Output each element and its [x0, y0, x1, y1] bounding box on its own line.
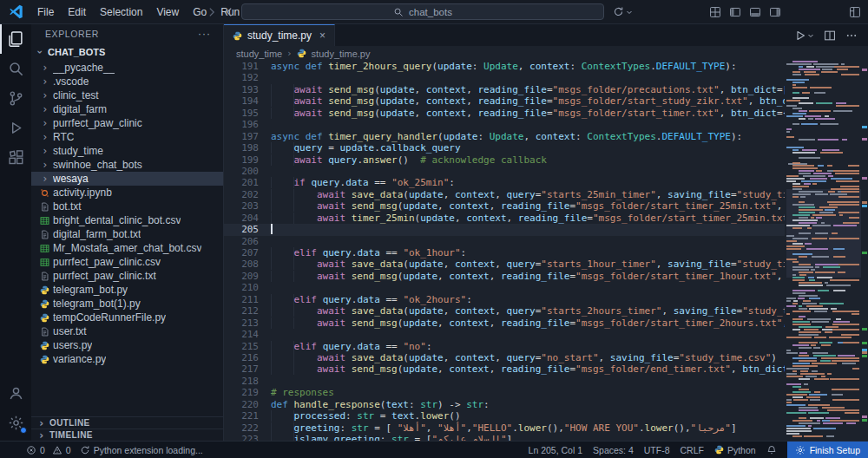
more-actions-icon[interactable]	[845, 29, 858, 42]
encoding-setting[interactable]: UTF-8	[644, 445, 670, 455]
code-line-223[interactable]: 223 islamy_greeting: str = ["السلام عليك…	[224, 434, 785, 441]
account-icon[interactable]	[0, 378, 31, 408]
timeline-pane-header[interactable]: › TIMELINE	[31, 429, 223, 441]
run-file-button[interactable]	[794, 29, 814, 42]
folder-purrfect_paw_clinic[interactable]: ›purrfect_paw_clinic	[31, 116, 223, 130]
menu-selection[interactable]: Selection	[93, 3, 149, 21]
code-line-218[interactable]: 218	[224, 376, 785, 387]
code-line-211[interactable]: 211 elif query.data == "ok_2hours":	[224, 294, 785, 305]
code-line-213[interactable]: 213 await send_msg(update, context, read…	[224, 317, 785, 329]
workspace-root[interactable]: › CHAT_BOTS	[31, 43, 223, 61]
code-line-196[interactable]: 196	[224, 119, 785, 130]
run-debug-icon[interactable]	[0, 113, 31, 142]
menu-view[interactable]: View	[149, 3, 186, 21]
code-line-198[interactable]: 198 query = update.callback_query	[224, 142, 785, 154]
file-digital_farm_bot.txt[interactable]: digital_farm_bot.txt	[31, 227, 223, 241]
file-users.py[interactable]: users.py	[31, 338, 223, 352]
code-line-205[interactable]: 205	[224, 224, 785, 235]
explorer-actions-icon[interactable]: ···	[198, 28, 211, 40]
cursor-position[interactable]: Ln 205, Col 1	[529, 445, 582, 455]
code-line-201[interactable]: 201 if query.data == "ok_25min":	[224, 177, 785, 188]
editor-grid-layout-icon[interactable]	[709, 6, 721, 18]
code-line-214[interactable]: 214	[224, 329, 785, 340]
customize-layout-icon[interactable]	[849, 6, 861, 18]
code-line-194[interactable]: 194 await send_msg(update, context, read…	[224, 95, 785, 107]
chevron-right-nav-icon[interactable]	[206, 6, 218, 18]
breadcrumb-file[interactable]: study_time.py	[312, 49, 371, 59]
finish-setup-button[interactable]: Finish Setup	[787, 442, 868, 458]
command-center-search[interactable]: chat_bots	[241, 3, 604, 20]
code-line-209[interactable]: 209 await send_msg(update, context, read…	[224, 271, 785, 282]
settings-gear-icon[interactable]	[0, 408, 31, 437]
toggle-panel-icon[interactable]	[749, 6, 761, 18]
refresh-icon[interactable]	[613, 6, 633, 17]
extensions-icon[interactable]	[0, 142, 31, 172]
toggle-secondary-sidebar-icon[interactable]	[769, 6, 781, 18]
code-area[interactable]: 191async def timer_2hours_query(update: …	[224, 61, 785, 441]
code-line-195[interactable]: 195 await send_msg(update, context, read…	[224, 108, 785, 119]
code-line-192[interactable]: 192	[224, 72, 785, 83]
folder-swinhoe_chat_bots[interactable]: ›swinhoe_chat_bots	[31, 158, 223, 172]
code-line-200[interactable]: 200	[224, 166, 785, 177]
file-telegram_bot.py[interactable]: telegram_bot.py	[31, 283, 223, 297]
breadcrumb-folder[interactable]: study_time	[236, 49, 282, 59]
code-line-220[interactable]: 220def handle_response(text: str) -> str…	[224, 399, 785, 410]
search-sidebar-icon[interactable]	[0, 54, 31, 83]
code-line-206[interactable]: 206	[224, 236, 785, 247]
code-line-222[interactable]: 222 greeting: str = [ "أهلا" ,"أهلا","HE…	[224, 422, 785, 434]
chevron-left-icon[interactable]	[223, 6, 235, 18]
folder-.vscode[interactable]: ›.vscode	[31, 75, 223, 88]
code-line-203[interactable]: 203 await send_msg(update, context, read…	[224, 200, 785, 212]
code-line-208[interactable]: 208 await save_data(update, context, que…	[224, 258, 785, 270]
file-user.txt[interactable]: user.txt	[31, 324, 223, 338]
minimap[interactable]	[786, 61, 861, 441]
file-variance.py[interactable]: variance.py	[31, 352, 223, 366]
code-line-217[interactable]: 217 await send_msg(update, context, read…	[224, 363, 785, 375]
folder-study_time[interactable]: ›study_time	[31, 144, 223, 158]
folder-wesaya[interactable]: ›wesaya	[31, 172, 223, 186]
line-number: 212	[224, 305, 259, 317]
file-purrfect_paw_clinic.txt[interactable]: purrfect_paw_clinic.txt	[31, 269, 223, 283]
code-line-216[interactable]: 216 await save_data(update, context, que…	[224, 352, 785, 363]
language-mode[interactable]: Python	[714, 445, 756, 455]
file-activity.ipynb[interactable]: activity.ipynb	[31, 186, 223, 200]
indentation-setting[interactable]: Spaces: 4	[593, 445, 634, 455]
menu-edit[interactable]: Edit	[61, 3, 93, 21]
folder-clinic_test[interactable]: ›clinic_test	[31, 88, 223, 102]
chevron-right-icon: ›	[40, 62, 50, 73]
code-line-207[interactable]: 207 elif query.data == "ok_1hour":	[224, 247, 785, 258]
folder-RTC[interactable]: ›RTC	[31, 130, 223, 144]
code-line-191[interactable]: 191async def timer_2hours_query(update: …	[224, 61, 785, 72]
file-telegram_bot(1).py[interactable]: telegram_bot(1).py	[31, 297, 223, 311]
eol-setting[interactable]: CRLF	[681, 445, 704, 455]
menu-file[interactable]: File	[30, 3, 61, 21]
file-bright_dental_clinic_bot.csv[interactable]: bright_dental_clinic_bot.csv	[31, 213, 223, 227]
split-editor-icon[interactable]	[824, 29, 836, 42]
status-message[interactable]: Python extension loading...	[80, 445, 203, 455]
close-tab-icon[interactable]: ×	[319, 29, 326, 42]
code-line-219[interactable]: 219# responses	[224, 387, 785, 398]
outline-pane-header[interactable]: › OUTLINE	[31, 416, 223, 429]
code-line-215[interactable]: 215 elif query.data == "no":	[224, 341, 785, 352]
code-line-212[interactable]: 212 await save_data(update, context, que…	[224, 305, 785, 317]
problems-indicator[interactable]: 0 0	[26, 445, 71, 455]
code-line-204[interactable]: 204 await timer_25min(update, context, r…	[224, 213, 785, 224]
notifications-bell-icon[interactable]	[766, 445, 777, 455]
file-tempCodeRunnerFile.py[interactable]: tempCodeRunnerFile.py	[31, 311, 223, 324]
file-bot.txt[interactable]: bot.txt	[31, 200, 223, 213]
toggle-sidebar-icon[interactable]	[729, 6, 741, 18]
code-line-202[interactable]: 202 await save_data(update, context, que…	[224, 189, 785, 200]
code-line-197[interactable]: 197async def timer_query_handler(update:…	[224, 131, 785, 142]
source-control-icon[interactable]	[0, 83, 31, 113]
file-purrfect_paw_clinic.csv[interactable]: purrfect_paw_clinic.csv	[31, 255, 223, 269]
tab-study-time[interactable]: study_time.py ×	[224, 24, 335, 46]
code-line-199[interactable]: 199 await query.answer() # acknowledge c…	[224, 154, 785, 166]
code-line-210[interactable]: 210	[224, 282, 785, 293]
code-line-221[interactable]: 221 processed: str = text.lower()	[224, 410, 785, 422]
file-Mr_Mostafa_amer_chat_bot.csv[interactable]: Mr_Mostafa_amer_chat_bot.csv	[31, 241, 223, 255]
code-line-193[interactable]: 193 await send_msg(update, context, read…	[224, 84, 785, 95]
folder-digital_farm[interactable]: ›digital_farm	[31, 102, 223, 116]
explorer-icon[interactable]	[0, 24, 31, 54]
folder-__pycache__[interactable]: ›__pycache__	[31, 61, 223, 75]
overview-ruler[interactable]	[861, 61, 868, 441]
